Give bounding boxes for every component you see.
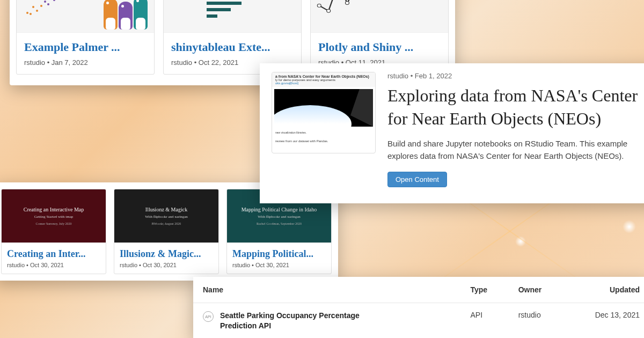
gallery-card[interactable]: Creating an Interactive Map Getting Star… [1, 189, 106, 274]
preview-caption: new visualization libraries. [275, 131, 372, 134]
content-detail: a from NASA's Center for Near Earth Obje… [260, 63, 644, 203]
table-header-row: Name Type Owner Updated [193, 277, 644, 303]
table-row[interactable]: API Seattle Parking Occupancy Percentage… [193, 303, 644, 339]
svg-point-1 [327, 9, 331, 12]
col-type[interactable]: Type [460, 277, 508, 303]
card-title: Creating an Inter... [2, 243, 106, 262]
row-type: API [460, 303, 508, 339]
row-updated: Dec 13, 2021 [565, 303, 644, 339]
slide-subtitle: With flipbookr and xaringan [145, 215, 188, 219]
card-meta: rstudio • Oct 30, 2021 [114, 262, 218, 274]
api-icon: API [203, 311, 214, 322]
slide-author: BWoodz; August 2020 [152, 222, 181, 225]
card-title: Example Palmer ... [17, 33, 154, 58]
gallery-card[interactable]: Illusionz & Magick With flipbookr and xa… [114, 189, 219, 274]
open-content-button[interactable]: Open Content [387, 172, 447, 187]
card-title: shinytableau Exte... [164, 33, 301, 58]
row-owner: rstudio [509, 303, 565, 339]
preview-title: a from NASA's Center for Near Earth Obje… [275, 75, 372, 78]
slide-author: Rachel Goodman, September 2020 [257, 222, 302, 225]
slide-author: Conner Surrency, July 2020 [36, 222, 72, 225]
slide-title: Creating an Interactive Map [24, 207, 84, 212]
card-thumbnail: Creating an Interactive Map Getting Star… [2, 189, 106, 243]
svg-point-0 [317, 4, 321, 7]
card-thumbnail [164, 0, 301, 33]
card-title: Illusionz & Magic... [114, 243, 218, 262]
content-meta: rstudio • Feb 1, 2022 [387, 72, 644, 80]
svg-point-3 [346, 1, 349, 4]
preview-link: oks.govsql[host] [275, 82, 372, 85]
slide-title: Illusionz & Magick [145, 207, 187, 212]
content-description: Build and share Jupyter notebooks on RSt… [387, 138, 644, 162]
slide-title: Mapping Political Change in Idaho [241, 207, 317, 212]
col-name[interactable]: Name [193, 277, 460, 303]
col-updated[interactable]: Updated [565, 277, 644, 303]
slide-subtitle: Getting Started with tmap [34, 215, 74, 219]
card-title: Plotly and Shiny ... [311, 33, 448, 58]
card-meta: rstudio • Oct 30, 2021 [2, 262, 106, 274]
card-thumbnail: 34.0051.9475.32 105.6189.1363.44 79.2097… [311, 0, 448, 33]
card-thumbnail [17, 0, 154, 33]
content-preview: a from NASA's Center for Near Earth Obje… [272, 72, 376, 153]
card-thumbnail: Illusionz & Magick With flipbookr and xa… [114, 189, 218, 243]
card-title: Mapping Political... [227, 243, 331, 262]
slide-subtitle: With flipbookr and xaringan [258, 215, 301, 219]
preview-caption: review from our dataset with Pandas. [275, 139, 372, 143]
gallery-card[interactable]: Example Palmer ... rstudio • Jan 7, 2022 [16, 0, 155, 75]
card-meta: rstudio • Oct 30, 2021 [227, 262, 331, 274]
card-meta: rstudio • Jan 7, 2022 [17, 58, 154, 74]
content-table: Name Type Owner Updated API Seattle Park… [193, 277, 644, 338]
row-name: Seattle Parking Occupancy Percentage Pre… [220, 311, 386, 331]
col-owner[interactable]: Owner [509, 277, 565, 303]
content-title: Exploring data from NASA's Center for Ne… [387, 84, 644, 130]
